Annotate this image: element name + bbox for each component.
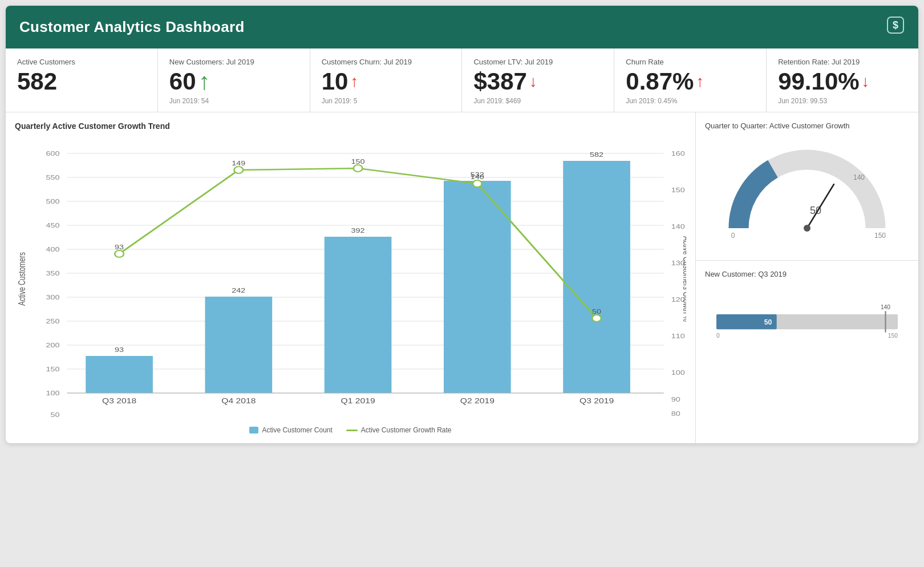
new-customers-arrow-up: ↑ [198, 70, 210, 94]
svg-text:50: 50 [764, 318, 772, 326]
ltv-arrow-down: ↓ [529, 74, 537, 90]
svg-text:150: 150 [874, 232, 886, 240]
svg-text:600: 600 [46, 150, 59, 157]
dot-q2-2019 [473, 180, 482, 187]
x-label-q1-2019: Q1 2019 [341, 397, 375, 405]
bar-q1-2019 [325, 237, 392, 393]
svg-text:150: 150 [351, 158, 365, 165]
gauge-container: 0 150 140 50 [705, 137, 909, 251]
retention-arrow-down: ↓ [862, 74, 870, 90]
dashboard: Customer Analytics Dashboard $ Active Cu… [6, 6, 918, 443]
kpi-ltv-sub: Jun 2019: $469 [473, 97, 602, 105]
svg-text:300: 300 [46, 294, 59, 301]
x-label-q2-2019: Q2 2019 [460, 397, 495, 405]
bar-q2-2019 [444, 181, 511, 393]
kpi-churn-rate-label: Churn Rate [626, 58, 755, 66]
svg-text:140: 140 [671, 223, 685, 230]
x-label-q4-2018: Q4 2018 [221, 397, 256, 405]
svg-text:$: $ [893, 19, 898, 31]
svg-text:350: 350 [46, 270, 59, 277]
legend-bar-label: Active Customer Count [262, 426, 332, 434]
svg-text:Active Customers Growth %: Active Customers Growth % [681, 236, 686, 322]
kpi-new-customers: New Customers: Jul 2019 60 ↑ Jun 2019: 5… [158, 48, 310, 112]
svg-text:50: 50 [592, 308, 601, 315]
x-label-q3-2019: Q3 2019 [579, 397, 614, 405]
kpi-ltv-label: Customer LTV: Jul 2019 [473, 58, 602, 66]
svg-text:149: 149 [232, 160, 245, 167]
kpi-active-customers-value: 582 [17, 70, 146, 94]
kpi-churn-rate-value: 0.87% ↑ [626, 70, 755, 94]
svg-text:50: 50 [50, 411, 59, 419]
dot-q3-2019 [592, 315, 601, 322]
kpi-retention-rate-label: Retention Rate: Jul 2019 [778, 58, 907, 66]
bar-q3-2018 [86, 356, 153, 393]
svg-text:0: 0 [731, 232, 735, 240]
kpi-churn-rate: Churn Rate 0.87% ↑ Jun 2019: 0.45% [614, 48, 767, 112]
svg-text:582: 582 [590, 151, 603, 159]
svg-text:450: 450 [46, 222, 59, 229]
gauge-title: Quarter to Quarter: Active Customer Grow… [705, 122, 909, 130]
kpi-churn: Customers Churn: Jul 2019 10 ↑ Jun 2019:… [310, 48, 463, 112]
dashboard-header: Customer Analytics Dashboard $ [6, 6, 918, 48]
kpi-churn-rate-sub: Jun 2019: 0.45% [626, 97, 755, 105]
bullet-card: New Customer: Q3 2019 50 [696, 261, 918, 365]
kpi-ltv: Customer LTV: Jul 2019 $387 ↓ Jun 2019: … [462, 48, 614, 112]
gauge-svg: 0 150 140 50 [710, 140, 904, 248]
kpi-row: Active Customers 582 New Customers: Jul … [6, 48, 918, 112]
left-panel: Quarterly Active Customer Growth Trend [6, 112, 696, 443]
dot-q1-2019 [354, 165, 363, 172]
churn-arrow-up: ↑ [350, 74, 358, 90]
svg-text:200: 200 [46, 342, 59, 349]
kpi-new-customers-sub: Jun 2019: 54 [169, 97, 298, 105]
kpi-retention-rate: Retention Rate: Jul 2019 99.10% ↓ Jun 20… [767, 48, 918, 112]
dashboard-title: Customer Analytics Dashboard [19, 18, 245, 36]
svg-text:Active Customers: Active Customers [17, 252, 27, 306]
legend-line-icon [346, 430, 358, 431]
svg-text:93: 93 [115, 346, 124, 354]
legend-bar-icon [249, 427, 258, 434]
svg-text:100: 100 [46, 390, 59, 397]
svg-text:392: 392 [351, 227, 365, 234]
bar-q4-2018 [205, 297, 272, 393]
bar-q3-2019 [563, 161, 630, 393]
dot-q3-2018 [115, 250, 124, 257]
dollar-sign-icon: $ [886, 16, 905, 38]
svg-text:242: 242 [232, 287, 245, 294]
svg-text:400: 400 [46, 246, 59, 253]
kpi-new-customers-label: New Customers: Jul 2019 [169, 58, 298, 66]
svg-text:550: 550 [46, 174, 59, 181]
svg-text:93: 93 [115, 244, 124, 251]
bar-chart-title: Quarterly Active Customer Growth Trend [15, 122, 686, 131]
svg-text:150: 150 [888, 333, 898, 339]
bullet-chart-container: 50 140 0 150 [705, 285, 909, 356]
x-label-q3-2018: Q3 2018 [102, 397, 136, 405]
svg-text:150: 150 [671, 187, 685, 194]
bar-chart-container: 600 550 500 450 400 350 300 250 200 150 … [15, 136, 686, 422]
kpi-ltv-value: $387 ↓ [473, 70, 602, 94]
svg-text:100: 100 [671, 369, 685, 376]
chart-legend: Active Customer Count Active Customer Gr… [15, 426, 686, 434]
legend-line: Active Customer Growth Rate [346, 426, 452, 434]
kpi-new-customers-value: 60 ↑ [169, 70, 298, 94]
kpi-active-customers: Active Customers 582 [6, 48, 158, 112]
kpi-retention-rate-sub: Jun 2019: 99.53 [778, 97, 907, 105]
kpi-churn-sub: Jun 2019: 5 [322, 97, 451, 105]
bullet-title: New Customer: Q3 2019 [705, 270, 909, 278]
svg-text:140: 140 [881, 304, 890, 310]
svg-text:0: 0 [716, 333, 720, 339]
svg-text:250: 250 [46, 318, 59, 325]
svg-text:80: 80 [671, 410, 680, 418]
kpi-churn-label: Customers Churn: Jul 2019 [322, 58, 451, 66]
dot-q4-2018 [234, 167, 243, 173]
gauge-card: Quarter to Quarter: Active Customer Grow… [696, 112, 918, 261]
churn-rate-arrow-up: ↑ [696, 74, 704, 90]
kpi-active-customers-label: Active Customers [17, 58, 146, 66]
gauge-center-dot [804, 225, 810, 232]
kpi-retention-rate-value: 99.10% ↓ [778, 70, 907, 94]
bullet-chart-svg: 50 140 0 150 [716, 302, 898, 342]
svg-text:90: 90 [671, 396, 680, 403]
svg-text:140: 140 [471, 173, 484, 181]
svg-text:140: 140 [853, 173, 865, 181]
kpi-churn-value: 10 ↑ [322, 70, 451, 94]
legend-line-label: Active Customer Growth Rate [361, 426, 452, 434]
